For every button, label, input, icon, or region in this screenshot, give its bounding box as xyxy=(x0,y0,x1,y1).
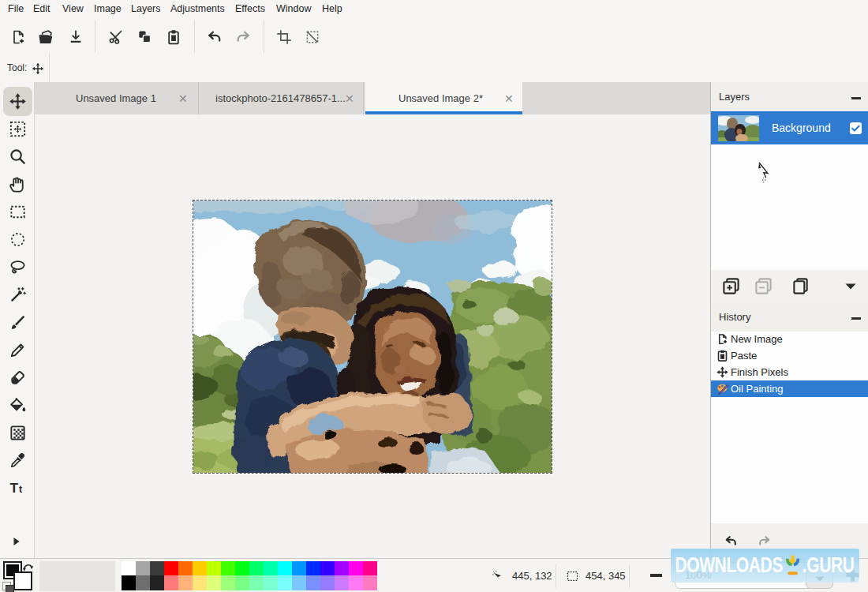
svg-text:t: t xyxy=(19,484,22,495)
svg-text:T: T xyxy=(9,480,18,496)
